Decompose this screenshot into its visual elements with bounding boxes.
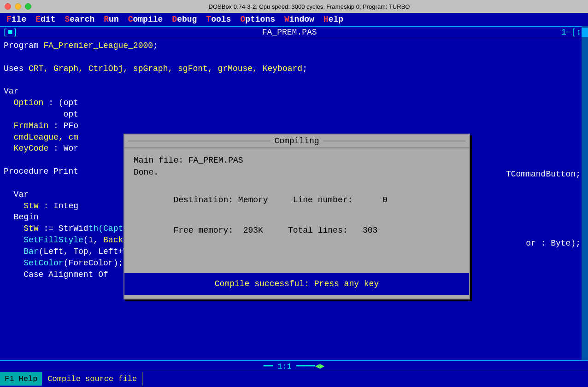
os-titlebar: DOSBox 0.74-3-2, Cpu speed: 3000 cycles,…: [0, 0, 588, 13]
menu-options[interactable]: Options: [235, 14, 280, 25]
compile-total-lines-label: Total lines:: [263, 226, 363, 235]
status-bar: ══ 1:1 ════◄► F1 Help Compile source fil…: [0, 360, 588, 387]
menu-file[interactable]: File: [2, 14, 31, 25]
compile-dialog-title: Compiling: [274, 136, 319, 146]
minimize-button[interactable]: [15, 3, 21, 10]
code-line-3: Uses CRT, Graph, CtrlObj, spGraph, sgFon…: [4, 63, 584, 75]
editor-left-bracket: [■]: [0, 28, 18, 37]
title-line-left: [128, 141, 270, 141]
code-line-6: Option : (opt: [4, 97, 584, 109]
status-help-bar: F1 Help Compile source file: [0, 372, 588, 386]
compile-success-bar[interactable]: Compile successful: Press any key: [124, 273, 469, 295]
dos-screen: File Edit Search Run Compile Debug Tools…: [0, 13, 588, 387]
compile-line-number-label: Line number:: [293, 195, 382, 205]
f1-label[interactable]: F1 Help: [0, 372, 42, 386]
vertical-scrollbar[interactable]: [582, 26, 588, 360]
code-line-1: Program FA_Premier_League_2000;: [4, 40, 584, 52]
compile-destination-row: Destination: Memory Line number: 0: [134, 186, 460, 214]
status-position: ══ 1:1 ════◄►: [264, 362, 325, 371]
code-line-4: [4, 74, 584, 86]
scrollbar-thumb[interactable]: [582, 28, 588, 37]
compile-spacer1: [134, 180, 460, 186]
close-button[interactable]: [5, 3, 11, 10]
menu-bar: File Edit Search Run Compile Debug Tools…: [0, 13, 588, 26]
compile-dialog-body: Main file: FA_PREM.PAS Done. Destination…: [124, 148, 469, 273]
right-code-fragment2: or : Byte);: [526, 239, 581, 248]
compile-free-memory-label: Free memory:: [173, 226, 243, 235]
status-position-bar: ══ 1:1 ════◄►: [0, 360, 588, 372]
compile-source-label: Compile source file: [42, 372, 143, 386]
menu-compile[interactable]: Compile: [123, 14, 168, 25]
title-line-right: [323, 141, 465, 141]
menu-run[interactable]: Run: [99, 14, 123, 25]
code-line-2: [4, 52, 584, 63]
compile-mainfile: Main file: FA_PREM.PAS: [134, 156, 460, 165]
maximize-button[interactable]: [25, 3, 31, 10]
menu-debug[interactable]: Debug: [167, 14, 201, 25]
menu-tools[interactable]: Tools: [201, 14, 235, 25]
right-code-fragment: TCommandButton;: [506, 170, 581, 179]
window-title: DOSBox 0.74-3-2, Cpu speed: 3000 cycles,…: [35, 3, 583, 10]
compile-done: Done.: [134, 168, 460, 177]
code-line-7: opt: [4, 109, 584, 120]
compile-total-lines-value: 303: [363, 226, 377, 235]
editor-titlebar: [■] FA_PREM.PAS 1─[↕]: [0, 26, 588, 38]
code-line-8: FrmMain : PFo: [4, 120, 584, 132]
menu-help[interactable]: Help: [319, 14, 348, 25]
code-line-5: Var: [4, 86, 584, 97]
menu-search[interactable]: Search: [60, 14, 99, 25]
editor-filename: FA_PREM.PAS: [18, 28, 561, 37]
compile-memory-row: Free memory: 293K Total lines: 303: [134, 217, 460, 244]
compile-destination: Destination: Memory: [173, 195, 293, 205]
compile-success-text: Compile successful: Press any key: [215, 279, 379, 288]
menu-window[interactable]: Window: [280, 14, 319, 25]
compile-dialog-titlebar: Compiling: [124, 135, 469, 148]
compile-line-number-value: 0: [382, 195, 388, 205]
compile-dialog: Compiling Main file: FA_PREM.PAS Done. D…: [123, 134, 470, 299]
menu-edit[interactable]: Edit: [31, 14, 60, 25]
compile-free-memory-value: 293K: [243, 226, 263, 235]
